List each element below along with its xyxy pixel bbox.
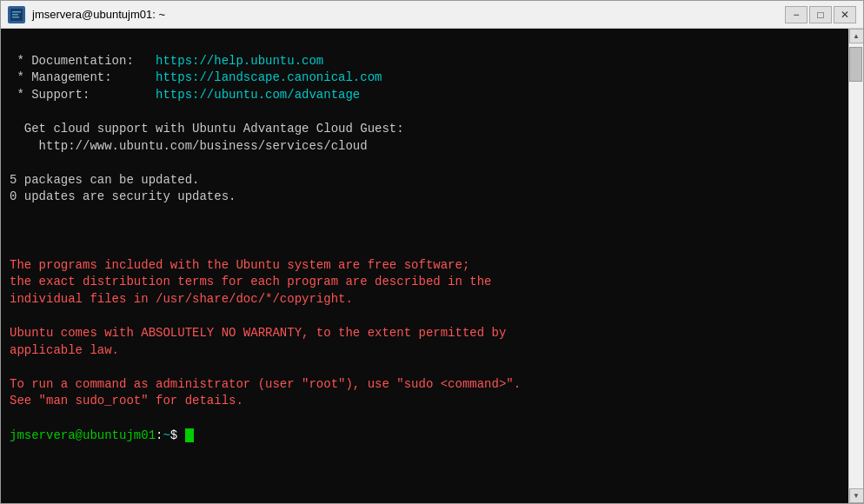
titlebar: jmservera@ubuntujm01: ~ − □ ✕ — [1, 1, 863, 29]
svg-rect-3 — [12, 17, 19, 18]
maximize-button[interactable]: □ — [809, 6, 832, 23]
scrollbar: ▲ ▼ — [848, 29, 863, 503]
app-icon — [8, 6, 25, 23]
close-button[interactable]: ✕ — [834, 6, 856, 23]
scroll-down-button[interactable]: ▼ — [849, 488, 864, 503]
terminal-line: * Documentation: https://help.ubuntu.com… — [10, 54, 521, 442]
scrollbar-track[interactable] — [849, 43, 863, 488]
window-controls: − □ ✕ — [785, 6, 856, 23]
window-title: jmservera@ubuntujm01: ~ — [32, 8, 785, 21]
svg-rect-1 — [12, 11, 21, 13]
terminal-window: jmservera@ubuntujm01: ~ − □ ✕ * Document… — [0, 0, 864, 504]
terminal-content[interactable]: * Documentation: https://help.ubuntu.com… — [1, 29, 848, 503]
scroll-up-button[interactable]: ▲ — [849, 29, 864, 43]
scrollbar-thumb[interactable] — [849, 47, 862, 82]
svg-rect-2 — [12, 14, 18, 16]
minimize-button[interactable]: − — [785, 6, 808, 23]
